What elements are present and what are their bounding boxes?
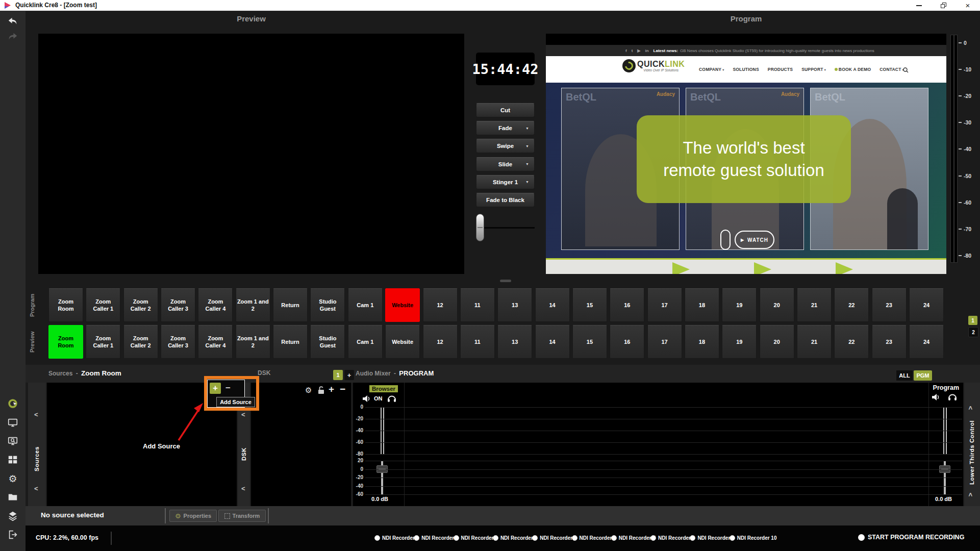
grid-program-11[interactable]: 11 (460, 288, 495, 322)
grid-preview-20[interactable]: 20 (760, 325, 794, 359)
lower-thirds-collapse-bottom-icon[interactable]: < (967, 493, 974, 497)
grid-program-21[interactable]: 21 (797, 288, 832, 322)
grid-program-zoom-caller-4[interactable]: Zoom Caller 4 (198, 288, 233, 322)
properties-button[interactable]: ⚙ Properties (169, 510, 217, 522)
grid-program-studio-guest[interactable]: Studio Guest (310, 288, 345, 322)
ndi-recorder-2-toggle[interactable]: NDI Recorder 2 (414, 535, 458, 541)
grid-preview-zoom-caller-1[interactable]: Zoom Caller 1 (86, 325, 120, 359)
panel-splitter-handle[interactable] (500, 280, 511, 282)
mixer-tab-all[interactable]: ALL (896, 370, 913, 381)
grid-program-zoom-caller-1[interactable]: Zoom Caller 1 (86, 288, 120, 322)
browser-headphone-icon[interactable] (387, 394, 396, 403)
chevron-down-icon[interactable]: ▼ (525, 144, 529, 148)
grid-preview-11[interactable]: 11 (460, 325, 495, 359)
grid-preview-14[interactable]: 14 (535, 325, 570, 359)
ndi-recorder-10-toggle[interactable]: NDI Recorder 10 (730, 535, 777, 541)
grid-program-return[interactable]: Return (273, 288, 308, 322)
grid-program-23[interactable]: 23 (872, 288, 907, 322)
ndi-recorder-5-toggle[interactable]: NDI Recorder 5 (532, 535, 576, 541)
sources-collapse-bottom-icon[interactable]: < (34, 485, 38, 492)
dsk-add-button[interactable]: + (344, 370, 354, 380)
grid-preview-cam-1[interactable]: Cam 1 (348, 325, 383, 359)
ndi-recorder-4-toggle[interactable]: NDI Recorder 4 (493, 535, 537, 541)
redo-icon[interactable] (7, 32, 18, 43)
lower-thirds-collapse-top-icon[interactable]: < (967, 406, 974, 410)
transition-cut-button[interactable]: Cut (476, 103, 535, 117)
grid-program-13[interactable]: 13 (497, 288, 532, 322)
program-speaker-icon[interactable] (932, 393, 940, 401)
grid-preview-zoom-room[interactable]: Zoom Room (48, 325, 83, 359)
tbar-handle[interactable] (476, 214, 484, 241)
ndi-recorder-1-toggle[interactable]: NDI Recorder 1 (374, 535, 419, 541)
folder-icon[interactable] (7, 491, 18, 503)
grid-preview-16[interactable]: 16 (610, 325, 644, 359)
grid-preview-13[interactable]: 13 (497, 325, 532, 359)
grid-program-16[interactable]: 16 (610, 288, 644, 322)
grid-preview-zoom-caller-4[interactable]: Zoom Caller 4 (198, 325, 233, 359)
grid-program-14[interactable]: 14 (535, 288, 570, 322)
dsk-content-area[interactable]: ⚙ + − (251, 383, 351, 506)
chevron-down-icon[interactable]: ▼ (525, 180, 529, 184)
chevron-down-icon[interactable]: ▼ (525, 162, 529, 166)
quicklink-icon[interactable] (7, 398, 18, 409)
grid-preview-18[interactable]: 18 (685, 325, 719, 359)
grid-preview-22[interactable]: 22 (834, 325, 869, 359)
dsk-collapse-top-icon[interactable]: < (241, 411, 245, 418)
grid-preview-website[interactable]: Website (385, 325, 420, 359)
grid-program-15[interactable]: 15 (572, 288, 607, 322)
ndi-recorder-9-toggle[interactable]: NDI Recorder 9 (690, 535, 734, 541)
browser-speaker-icon[interactable] (362, 395, 371, 403)
grid-preview-zoom-caller-2[interactable]: Zoom Caller 2 (123, 325, 158, 359)
dsk-zoom-out-icon[interactable]: − (340, 384, 345, 395)
grid-program-website[interactable]: Website (385, 288, 420, 322)
grid-preview-17[interactable]: 17 (647, 325, 682, 359)
close-button[interactable]: × (959, 0, 976, 11)
grid-program-17[interactable]: 17 (647, 288, 682, 322)
monitor-icon[interactable] (7, 417, 18, 428)
grid-preview-12[interactable]: 12 (423, 325, 458, 359)
grid-program-zoom-caller-3[interactable]: Zoom Caller 3 (161, 288, 195, 322)
remove-source-button[interactable]: − (222, 383, 234, 394)
grid-preview-zoom-caller-3[interactable]: Zoom Caller 3 (161, 325, 195, 359)
program-monitor[interactable]: ft▶in Latest news: GB News chooses Quick… (546, 34, 946, 274)
transform-button[interactable]: Transform (218, 510, 266, 522)
transition-stinger-1-button[interactable]: Stinger 1▼ (476, 175, 535, 189)
dsk-unlock-icon[interactable] (317, 386, 325, 394)
undo-icon[interactable] (7, 16, 18, 28)
transition-slide-button[interactable]: Slide▼ (476, 157, 535, 171)
dsk-settings-icon[interactable]: ⚙ (305, 386, 312, 395)
transition-fade-button[interactable]: Fade▼ (476, 121, 535, 135)
ndi-recorder-3-toggle[interactable]: NDI Recorder 3 (454, 535, 498, 541)
grid-program-zoom-1-and-2[interactable]: Zoom 1 and 2 (236, 288, 270, 322)
restore-button[interactable] (935, 0, 952, 11)
grid-program-19[interactable]: 19 (722, 288, 757, 322)
browser-on-state[interactable]: ON (374, 395, 383, 402)
grid-program-24[interactable]: 24 (909, 288, 944, 322)
grid-preview-15[interactable]: 15 (572, 325, 607, 359)
grid-program-20[interactable]: 20 (760, 288, 794, 322)
dsk-page-1-button[interactable]: 1 (333, 370, 343, 380)
grid-preview-23[interactable]: 23 (872, 325, 907, 359)
ndi-recorder-8-toggle[interactable]: NDI Recorder 8 (650, 535, 695, 541)
sources-collapse-top-icon[interactable]: < (34, 411, 38, 418)
grid-program-22[interactable]: 22 (834, 288, 869, 322)
grid-preview-21[interactable]: 21 (797, 325, 832, 359)
add-source-button[interactable]: + (210, 383, 221, 394)
preview-monitor[interactable] (38, 34, 464, 274)
grid-preview-studio-guest[interactable]: Studio Guest (310, 325, 345, 359)
transition-fade-to-black-button[interactable]: Fade to Black (476, 193, 535, 207)
minimize-button[interactable] (910, 0, 927, 11)
layout-grid-icon[interactable] (7, 454, 18, 465)
exit-icon[interactable] (7, 529, 18, 540)
settings-icon[interactable]: ⚙ (7, 473, 18, 484)
grid-program-18[interactable]: 18 (685, 288, 719, 322)
transition-swipe-button[interactable]: Swipe▼ (476, 139, 535, 153)
program-headphone-icon[interactable] (948, 392, 957, 401)
grid-preview-zoom-1-and-2[interactable]: Zoom 1 and 2 (236, 325, 270, 359)
dsk-collapse-bottom-icon[interactable]: < (241, 485, 245, 492)
grid-program-zoom-caller-2[interactable]: Zoom Caller 2 (123, 288, 158, 322)
grid-preview-return[interactable]: Return (273, 325, 308, 359)
monitor-search-icon[interactable] (7, 435, 18, 446)
ndi-recorder-7-toggle[interactable]: NDI Recorder 7 (611, 535, 656, 541)
mixer-tab-pgm[interactable]: PGM (914, 370, 932, 381)
